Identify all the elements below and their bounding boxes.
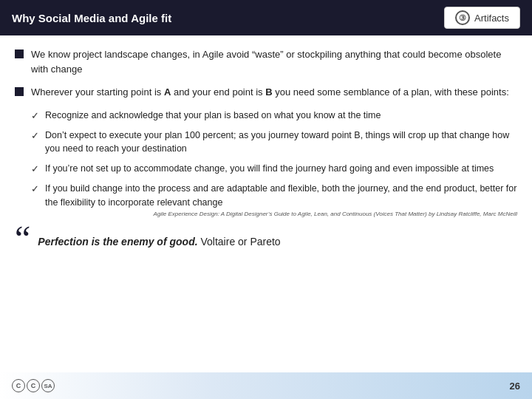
bullet-square-icon-2 (15, 87, 24, 96)
artifacts-badge: ③ Artifacts (444, 7, 520, 29)
sub-text-4: If you build change into the process and… (45, 182, 517, 218)
quote-text: Perfection is the enemy of good. Voltair… (38, 236, 280, 248)
bullet-text-1: We know project landscape changes, in Ag… (31, 47, 517, 76)
sub-item-1: ✓ Recognize and acknowledge that your pl… (31, 109, 517, 123)
sub-bullets-container: ✓ Recognize and acknowledge that your pl… (31, 109, 517, 219)
header: Why Social Media and Agile fit ③ Artifac… (0, 0, 532, 35)
sub-text-3: If you’re not set up to accommodate chan… (45, 162, 517, 175)
page-title: Why Social Media and Agile fit (12, 12, 171, 24)
checkmark-icon-1: ✓ (31, 109, 39, 123)
quote-section: “ Perfection is the enemy of good. Volta… (15, 224, 517, 259)
checkmark-icon-3: ✓ (31, 163, 39, 177)
sub-item-2: ✓ Don’t expect to execute your plan 100 … (31, 129, 517, 155)
badge-label: Artifacts (474, 13, 509, 24)
quote-mark-icon: “ (15, 221, 30, 256)
cc-icon-c2: C (27, 379, 40, 392)
citation-text: Agile Experience Design: A Digital Desig… (45, 211, 517, 218)
badge-number: ③ (455, 10, 470, 25)
sub-text-2: Don’t expect to execute your plan 100 pe… (45, 129, 517, 155)
footer: C C SA 26 (0, 372, 532, 399)
checkmark-icon-4: ✓ (31, 183, 39, 197)
bullet-item-1: We know project landscape changes, in Ag… (15, 47, 517, 76)
page-number: 26 (510, 381, 520, 392)
sub-item-3: ✓ If you’re not set up to accommodate ch… (31, 162, 517, 177)
cc-license: C C SA (12, 379, 55, 392)
bullet-square-icon (15, 50, 24, 58)
main-content: We know project landscape changes, in Ag… (0, 35, 532, 372)
bullet-item-2: Wherever your starting point is A and yo… (15, 85, 517, 100)
sub-item-4: ✓ If you build change into the process a… (31, 182, 517, 218)
bullet-text-2: Wherever your starting point is A and yo… (31, 85, 517, 100)
quote-regular: Voltaire or Pareto (198, 236, 281, 248)
quote-italic-bold: Perfection is the enemy of good. (38, 236, 197, 248)
checkmark-icon-2: ✓ (31, 129, 39, 143)
sub-text-1: Recognize and acknowledge that your plan… (45, 109, 517, 122)
cc-icon-sa: SA (41, 379, 55, 392)
cc-icon-c1: C (12, 379, 25, 392)
